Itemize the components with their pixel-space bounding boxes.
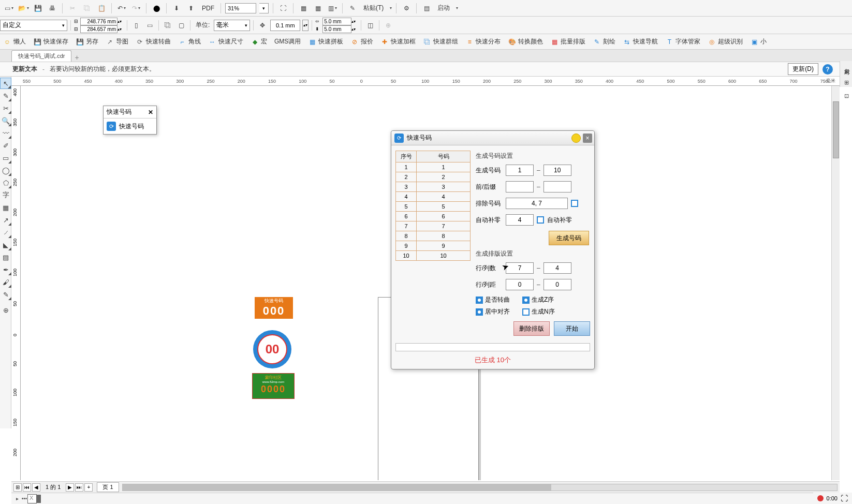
crop-tool[interactable]: ✂ (0, 102, 11, 114)
plugin-fonts[interactable]: T字体管家 (665, 37, 700, 46)
unit-combo[interactable]: 毫米▾ (214, 20, 250, 31)
paste-menu-button[interactable]: 粘贴(T) (361, 4, 386, 12)
plugin-to-curves[interactable]: ⟳快速转曲 (136, 37, 171, 46)
expand-toolbox-button[interactable]: ⊕ (0, 304, 11, 316)
dialog-titlebar[interactable]: ⟳ 快速号码 × (391, 131, 594, 145)
plugin-engrave[interactable]: ✎刻绘 (593, 37, 615, 46)
plugin-corner-marks[interactable]: ⌐角线 (178, 37, 201, 46)
next-page-button[interactable]: ▶ (66, 483, 74, 492)
col-gap-input[interactable] (543, 279, 571, 290)
rows-input[interactable] (506, 262, 534, 274)
dimension-tool[interactable]: ↗ (0, 214, 11, 226)
table-row[interactable]: 88 (396, 231, 471, 241)
table-row[interactable]: 66 (396, 212, 471, 221)
plugin-group[interactable]: ⿻快速群组 (423, 37, 458, 46)
rectangle-tool[interactable]: ▭ (0, 152, 11, 164)
no-color-swatch[interactable] (27, 494, 37, 503)
last-page-button[interactable]: ⏭ (75, 483, 83, 492)
table-row[interactable]: 1010 (396, 251, 471, 261)
quick-number-icon[interactable]: ⟳ (107, 122, 116, 131)
add-page-button[interactable]: + (84, 483, 93, 492)
zoom-dropdown[interactable]: ▾ (259, 3, 269, 13)
freehand-tool[interactable]: 〰 (0, 127, 11, 139)
color-swatch[interactable] (40, 495, 41, 503)
launch-list-icon[interactable]: ▤ (421, 3, 432, 14)
pad-digits-input[interactable] (506, 214, 534, 226)
dup-y-input[interactable] (322, 25, 351, 33)
docker-item[interactable]: 快速号码 (119, 122, 144, 131)
palette-scroll-left[interactable]: ▸ (13, 494, 21, 503)
quick-number-docker[interactable]: 快速号码 ✕ ⟳ 快速号码 (103, 106, 157, 135)
text-tool[interactable]: 字 (0, 189, 11, 201)
n-order-checkbox[interactable] (522, 308, 530, 316)
ellipse-tool[interactable]: ◯ (0, 165, 11, 176)
save-icon[interactable]: 💾 (32, 3, 43, 14)
landscape-icon[interactable]: ▭ (144, 20, 155, 31)
all-pages-icon[interactable]: ⿻ (162, 20, 173, 31)
launch-button[interactable]: 启动 (435, 4, 452, 12)
table-row[interactable]: 33 (396, 182, 471, 192)
new-doc-icon[interactable]: ▭▾ (3, 3, 14, 14)
to-curves-checkbox[interactable] (476, 297, 483, 304)
page-config-icon[interactable]: ⊞ (13, 483, 22, 492)
eyedropper-tool[interactable]: ✒ (0, 264, 11, 275)
plugin-ocr[interactable]: ◎超级识别 (708, 37, 743, 46)
current-page-icon[interactable]: ▢ (175, 20, 187, 31)
pdf-export-button[interactable]: PDF (200, 5, 216, 12)
artistic-media-tool[interactable]: ✐ (0, 140, 11, 151)
plugin-macro[interactable]: ◆宏 (251, 37, 267, 46)
page-tab[interactable]: 页 1 (97, 482, 119, 492)
prefix-input[interactable] (506, 181, 534, 192)
prop-icon-2[interactable]: ⊡ (841, 90, 852, 101)
plugin-more[interactable]: ▣小 (750, 37, 767, 46)
table-row[interactable]: 77 (396, 221, 471, 231)
update-text-button[interactable]: 更新(D) (788, 63, 818, 75)
copy-icon[interactable]: ⿻ (81, 3, 93, 14)
sample-badge-round[interactable]: 00 (253, 330, 291, 368)
fullscreen-icon[interactable]: ⛶ (277, 3, 289, 14)
table-row[interactable]: 11 (396, 162, 471, 172)
plugin-export-image[interactable]: ↗导图 (106, 37, 128, 46)
plugin-frame[interactable]: ✚快速加框 (380, 37, 416, 46)
vertical-scrollbar[interactable] (831, 86, 840, 480)
cols-input[interactable] (543, 262, 571, 274)
export-icon[interactable]: ⬆ (185, 3, 197, 14)
fill-tool[interactable]: 🖌 (0, 276, 11, 288)
undo-icon[interactable]: ↶▾ (116, 3, 127, 14)
page-width-input[interactable] (80, 18, 117, 25)
plugin-impose[interactable]: ▦快速拼板 (308, 37, 343, 46)
dup-x-input[interactable] (322, 18, 351, 25)
effects-tool[interactable]: ◣ (0, 239, 11, 250)
first-page-button[interactable]: ⏮ (23, 483, 31, 492)
prev-page-button[interactable]: ◀ (32, 483, 40, 492)
close-docker-icon[interactable]: ✕ (148, 109, 153, 116)
crop-icon[interactable]: ◫ (364, 20, 376, 31)
document-tab[interactable]: 快速号码_调试.cdr (11, 50, 71, 62)
transparency-tool[interactable]: ▨ (0, 251, 11, 263)
exclude-input[interactable] (506, 198, 568, 209)
plugin-quote[interactable]: ⊘报价 (350, 37, 373, 46)
table-row[interactable]: 55 (396, 202, 471, 212)
plugin-distribute[interactable]: ≡快速分布 (465, 37, 501, 46)
pick-tool[interactable]: ↖ (0, 78, 11, 89)
plugin-navigate[interactable]: ⇆快速导航 (623, 37, 658, 46)
dialog-close-icon[interactable]: × (583, 134, 592, 143)
nudge-distance-input[interactable] (270, 20, 300, 31)
rulers-icon[interactable]: ▦ (298, 3, 309, 14)
add-icon[interactable]: ⊕ (383, 20, 394, 31)
center-align-checkbox[interactable] (476, 308, 483, 316)
pad-checkbox[interactable] (537, 216, 544, 224)
gen-to-input[interactable] (543, 165, 571, 176)
row-gap-input[interactable] (506, 279, 534, 290)
exclude-checkbox[interactable] (571, 200, 578, 207)
plugin-batch-layout[interactable]: ▦批量排版 (550, 37, 585, 46)
help-icon[interactable]: ? (822, 64, 833, 75)
table-row[interactable]: 44 (396, 192, 471, 202)
polygon-tool[interactable]: ⬠ (0, 177, 11, 188)
sample-badge-orange[interactable]: 快速号码 000 (255, 297, 293, 319)
zoom-tool[interactable]: 🔍 (0, 115, 11, 126)
plugin-dimensions[interactable]: ↔快速尺寸 (208, 37, 243, 46)
horizontal-scrollbar[interactable] (122, 484, 838, 491)
plugin-gms[interactable]: GMS调用 (274, 37, 301, 46)
generate-button[interactable]: 生成号码 (549, 231, 589, 245)
